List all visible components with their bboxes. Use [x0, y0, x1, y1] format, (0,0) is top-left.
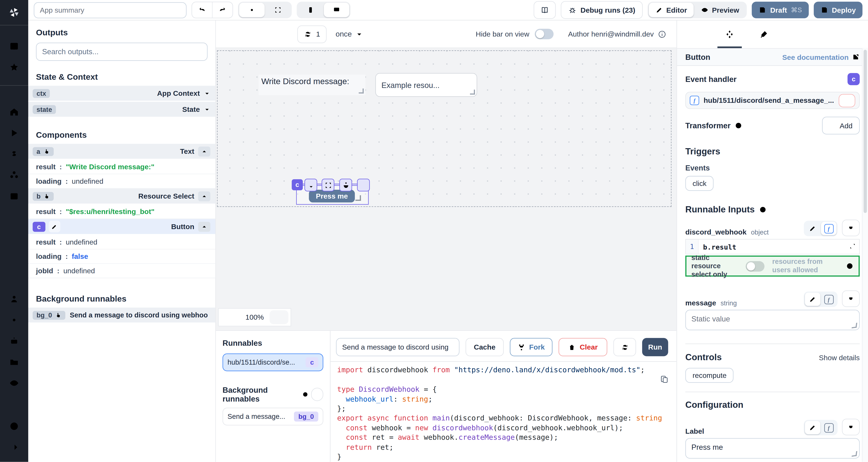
zoom-out-button[interactable] — [219, 309, 240, 326]
connect-plug-icon[interactable] — [842, 290, 860, 307]
static-pencil-icon[interactable] — [805, 421, 820, 434]
static-resource-toggle[interactable] — [746, 261, 765, 271]
info-icon[interactable] — [734, 122, 742, 130]
tab-preview[interactable]: Preview — [694, 3, 746, 17]
add-transformer-button[interactable]: Add — [822, 117, 860, 134]
copy-code-icon[interactable] — [660, 375, 669, 384]
resources-cubes-icon[interactable] — [0, 164, 28, 185]
text-component[interactable]: Write Discord message: — [258, 75, 366, 95]
anchor-icon[interactable] — [339, 179, 352, 191]
expand-sidebar-arrow-icon[interactable] — [0, 437, 28, 458]
pencil-icon[interactable] — [49, 221, 60, 232]
bounded-view-icon[interactable] — [239, 3, 265, 17]
desktop-icon[interactable] — [324, 3, 349, 17]
message-static-value-input[interactable] — [685, 310, 860, 330]
expand-editor-icon[interactable] — [849, 242, 856, 251]
static-pencil-icon[interactable] — [805, 222, 820, 235]
eval-function-icon[interactable]: f — [821, 293, 836, 306]
component-row-a[interactable]: a Text — [28, 144, 215, 159]
see-documentation-link[interactable]: See documentation — [782, 53, 860, 61]
draft-button[interactable]: Draft⌘S — [752, 2, 808, 18]
help-icon[interactable] — [0, 416, 28, 437]
run-button[interactable]: Run — [642, 338, 668, 356]
button-component[interactable]: Press me — [309, 190, 355, 202]
collapse-chevron-icon[interactable] — [198, 146, 210, 156]
clear-button[interactable]: Clear — [559, 338, 607, 356]
folders-icon[interactable] — [0, 351, 28, 372]
event-chip-click[interactable]: click — [685, 176, 714, 191]
fullscreen-expand-icon[interactable] — [322, 179, 334, 191]
docs-book-button[interactable] — [533, 1, 556, 19]
users-icon[interactable] — [0, 288, 28, 309]
eval-function-icon[interactable]: f — [821, 421, 836, 434]
tab-editor[interactable]: Editor — [649, 3, 694, 17]
code-editor[interactable]: import discordwebhook from "https://deno… — [331, 361, 677, 462]
resize-handle-icon[interactable] — [355, 195, 361, 201]
runnable-item-selected[interactable]: hub/1511/discord/se... c — [223, 354, 323, 371]
configuration-title: Configuration — [685, 400, 860, 410]
script-name-input[interactable] — [336, 338, 459, 356]
connect-plug-icon[interactable] — [842, 419, 860, 435]
move-icon[interactable] — [357, 179, 370, 191]
settings-gear-icon[interactable] — [0, 309, 28, 330]
more-menu-kebab-icon[interactable] — [518, 5, 528, 15]
expand-down-icon[interactable] — [304, 179, 317, 191]
resource-select-component[interactable]: Example resou... — [375, 73, 477, 97]
variables-dollar-icon[interactable] — [0, 143, 28, 164]
redo-button[interactable] — [212, 2, 232, 18]
state-context-row[interactable]: ctxApp Context — [28, 86, 215, 101]
scrollbar-thumb[interactable] — [863, 50, 867, 213]
collapse-chevron-icon[interactable] — [198, 191, 210, 201]
tab-insert-component[interactable] — [684, 21, 706, 48]
state-context-row[interactable]: stateState — [28, 102, 215, 117]
recompute-chip[interactable]: recompute — [685, 368, 734, 383]
component-row-b[interactable]: b Resource Select — [28, 189, 215, 203]
windmill-logo[interactable] — [9, 0, 19, 25]
debug-runs-button[interactable]: Debug runs (23) — [561, 1, 643, 19]
collapse-chevron-icon[interactable] — [198, 222, 210, 231]
workers-robot-icon[interactable] — [0, 330, 28, 351]
info-icon[interactable] — [759, 206, 767, 213]
background-runnable-row[interactable]: bg_0 Send a message to discord using web… — [28, 307, 215, 323]
remove-runnable-button[interactable] — [839, 94, 855, 107]
component-row-c[interactable]: cButton — [28, 219, 215, 234]
refresh-mode-dropdown[interactable]: once — [336, 30, 363, 38]
refresh-count-button[interactable]: 1 — [297, 25, 327, 43]
app-canvas[interactable]: Write Discord message: Example resou... … — [216, 48, 676, 330]
runs-play-icon[interactable] — [0, 122, 28, 143]
search-outputs-input[interactable] — [36, 42, 208, 61]
zoom-in-button[interactable] — [270, 310, 288, 324]
favorites-star-icon[interactable] — [0, 57, 28, 77]
app-summary-input[interactable] — [34, 2, 186, 18]
resize-handle-icon[interactable] — [470, 90, 475, 95]
mobile-icon[interactable] — [298, 3, 323, 17]
schedules-calendar-icon[interactable] — [0, 185, 28, 206]
label-value-input[interactable]: Press me — [685, 438, 860, 459]
fork-button[interactable]: Fork — [510, 338, 552, 356]
info-icon[interactable] — [658, 30, 666, 38]
event-handler-runnable[interactable]: f hub/1511/discord/send_a_message_... — [685, 92, 860, 109]
static-pencil-icon[interactable] — [805, 293, 820, 306]
scrollbar[interactable] — [862, 48, 868, 462]
undo-button[interactable] — [192, 2, 212, 18]
fullscreen-icon[interactable] — [265, 3, 291, 17]
tab-styling[interactable] — [753, 21, 775, 48]
home-icon[interactable] — [0, 101, 28, 122]
resize-handle-icon[interactable] — [359, 89, 364, 94]
workspace-icon[interactable] — [0, 35, 28, 57]
background-runnable-item[interactable]: Send a message... bg_0 — [223, 408, 323, 425]
input-name: message — [685, 299, 716, 307]
tab-component-settings[interactable] — [718, 21, 741, 48]
show-details-link[interactable]: Show details — [819, 353, 860, 361]
clear-x-icon[interactable] — [463, 81, 471, 89]
audit-logs-eye-icon[interactable] — [0, 372, 28, 393]
expression-editor[interactable]: 1 b.result — [685, 239, 860, 254]
connect-plug-icon[interactable] — [842, 220, 860, 236]
deploy-button[interactable]: Deploy — [813, 2, 862, 18]
eval-function-icon[interactable]: f — [821, 222, 836, 235]
add-background-runnable-button[interactable] — [311, 388, 323, 401]
refresh-button[interactable] — [613, 338, 636, 356]
info-icon[interactable] — [846, 262, 854, 270]
hide-bar-toggle[interactable] — [535, 29, 554, 39]
cache-button[interactable]: Cache — [466, 338, 504, 356]
